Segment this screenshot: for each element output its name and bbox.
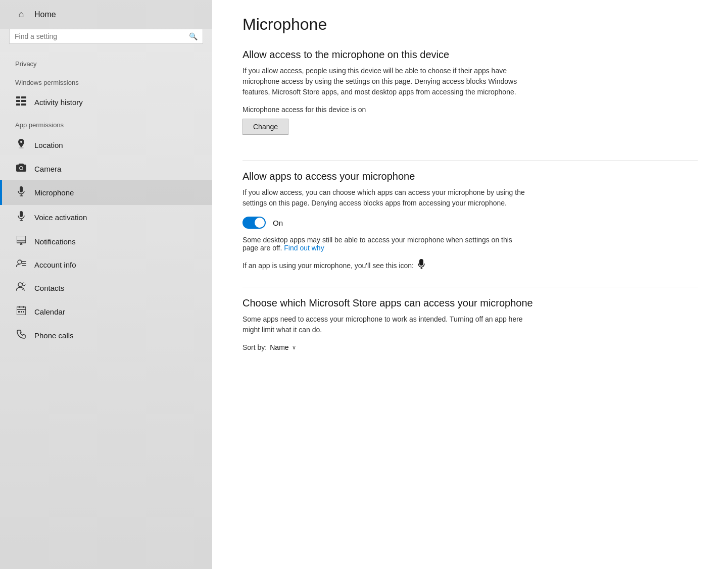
sort-row: Sort by: Name ∨ (242, 343, 698, 351)
svg-rect-4 (16, 104, 20, 106)
app-permissions-label: App permissions (0, 114, 212, 133)
windows-permissions-label: Windows permissions (0, 72, 212, 90)
divider-1 (242, 160, 698, 161)
microphone-icon (15, 186, 27, 199)
sidebar-item-phone-calls[interactable]: Phone calls (0, 324, 212, 347)
notifications-label: Notifications (34, 237, 76, 246)
microphone-toggle[interactable] (242, 217, 266, 229)
svg-rect-3 (21, 100, 26, 102)
search-input[interactable] (15, 32, 189, 40)
device-access-section: Allow access to the microphone on this d… (242, 49, 698, 150)
device-access-description: If you allow access, people using this d… (242, 66, 525, 97)
calendar-icon (15, 306, 27, 318)
app-access-section: Allow apps to access your microphone If … (242, 171, 698, 272)
microphone-inline-icon (418, 259, 425, 272)
sidebar-item-notifications[interactable]: Notifications (0, 230, 212, 253)
sidebar-item-camera[interactable]: Camera (0, 158, 212, 180)
svg-rect-0 (16, 96, 20, 98)
sidebar-item-contacts[interactable]: Contacts (0, 276, 212, 300)
home-icon: ⌂ (15, 9, 27, 20)
toggle-row: On (242, 217, 698, 229)
activity-history-label: Activity history (34, 98, 83, 107)
svg-rect-10 (20, 211, 23, 217)
sidebar-item-voice-activation[interactable]: Voice activation (0, 205, 212, 230)
app-access-title: Allow apps to access your microphone (242, 171, 698, 182)
account-info-label: Account info (34, 261, 76, 269)
svg-point-21 (18, 283, 22, 287)
svg-point-6 (20, 167, 23, 170)
svg-rect-28 (21, 311, 22, 313)
sidebar: ⌂ Home 🔍 Privacy Windows permissions Act… (0, 0, 212, 569)
activity-history-icon (15, 96, 27, 108)
sidebar-item-location[interactable]: Location (0, 133, 212, 158)
toggle-label: On (273, 219, 283, 227)
location-icon (15, 139, 27, 151)
contacts-label: Contacts (34, 284, 64, 292)
search-box: 🔍 (9, 29, 203, 44)
main-content: Microphone Allow access to the microphon… (212, 0, 728, 569)
svg-rect-29 (23, 311, 24, 313)
camera-label: Camera (34, 165, 61, 173)
store-apps-section: Choose which Microsoft Store apps can ac… (242, 297, 698, 351)
account-info-icon (15, 260, 27, 270)
change-button[interactable]: Change (242, 119, 288, 135)
svg-rect-2 (16, 100, 20, 102)
store-apps-description: Some apps need to access your microphone… (242, 314, 525, 335)
phone-calls-icon (15, 330, 27, 341)
privacy-label: Privacy (0, 53, 212, 72)
find-out-why-link[interactable]: Find out why (284, 244, 324, 252)
svg-point-22 (22, 283, 25, 286)
sort-chevron-icon[interactable]: ∨ (292, 344, 296, 351)
sidebar-item-calendar[interactable]: Calendar (0, 300, 212, 324)
voice-activation-icon (15, 211, 27, 224)
sidebar-home[interactable]: ⌂ Home (0, 0, 212, 29)
sort-label: Sort by: (242, 343, 267, 351)
microphone-label: Microphone (34, 188, 74, 197)
svg-rect-5 (21, 104, 26, 106)
location-label: Location (34, 141, 63, 149)
divider-2 (242, 287, 698, 287)
icon-note: If an app is using your microphone, you'… (242, 259, 698, 272)
camera-icon (15, 164, 27, 174)
sidebar-item-activity-history[interactable]: Activity history (0, 90, 212, 114)
store-apps-title: Choose which Microsoft Store apps can ac… (242, 297, 698, 309)
app-access-description: If you allow access, you can choose whic… (242, 187, 525, 209)
voice-activation-label: Voice activation (34, 213, 87, 222)
calendar-label: Calendar (34, 307, 65, 316)
toggle-knob (255, 218, 265, 228)
svg-rect-13 (17, 236, 26, 243)
svg-rect-27 (18, 311, 20, 313)
svg-rect-30 (419, 259, 423, 266)
sidebar-item-microphone[interactable]: Microphone (0, 180, 212, 205)
device-access-title: Allow access to the microphone on this d… (242, 49, 698, 61)
home-label: Home (34, 10, 56, 19)
sort-value: Name (270, 343, 288, 351)
device-access-status: Microphone access for this device is on (242, 106, 698, 114)
page-title: Microphone (242, 15, 698, 34)
search-icon: 🔍 (189, 32, 198, 40)
svg-point-17 (18, 260, 22, 264)
app-access-note: Some desktop apps may still be able to a… (242, 236, 525, 252)
sidebar-item-account-info[interactable]: Account info (0, 253, 212, 276)
phone-calls-label: Phone calls (34, 331, 74, 340)
notifications-icon (15, 236, 27, 247)
svg-rect-1 (21, 96, 26, 98)
svg-rect-7 (20, 186, 23, 192)
contacts-icon (15, 282, 27, 294)
